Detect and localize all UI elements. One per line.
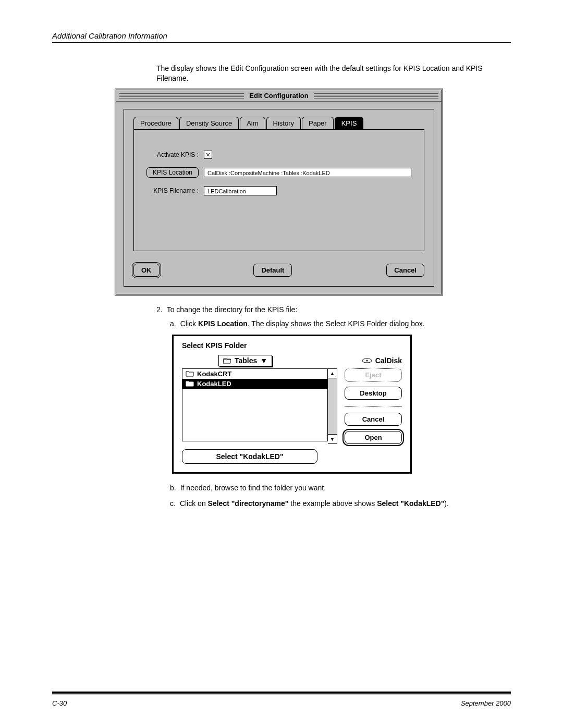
chevron-down-icon: ▼ xyxy=(260,356,267,365)
substep-b: b. If needed, browse to find the folder … xyxy=(170,483,495,493)
footer-rule-thin xyxy=(52,695,511,695)
list-item[interactable]: KodakLED xyxy=(182,379,327,389)
step-2: 2. To change the directory for the KPIS … xyxy=(156,305,495,315)
separator xyxy=(345,406,402,406)
substep-b-text: If needed, browse to find the folder you… xyxy=(180,483,326,493)
open-button[interactable]: Open xyxy=(345,431,402,444)
list-item[interactable]: KodakCRT xyxy=(182,369,327,379)
window-title: Edit Configuration xyxy=(247,92,310,100)
list-item-label: KodakCRT xyxy=(197,370,231,378)
substep-letter: a. xyxy=(170,319,176,329)
footer-date: September 2000 xyxy=(461,699,511,707)
substep-c-bold2: Select "KodakLED" xyxy=(377,499,444,508)
disk-label: CalDisk xyxy=(375,356,402,365)
substep-a-pre: Click xyxy=(180,319,198,328)
folder-dropdown-label: Tables xyxy=(235,356,257,365)
tab-procedure[interactable]: Procedure xyxy=(133,117,178,129)
tab-paper[interactable]: Paper xyxy=(302,117,334,129)
activate-kpis-label: Activate KPIS : xyxy=(146,151,199,158)
select-folder-button[interactable]: Select "KodakLED" xyxy=(182,449,317,464)
titlebar-lines-icon xyxy=(119,92,244,99)
kpis-filename-input[interactable]: LEDCalibration xyxy=(204,186,277,195)
folder-list[interactable]: KodakCRT KodakLED xyxy=(182,368,328,441)
substep-a-post: . The display shows the Select KPIS Fold… xyxy=(248,319,425,328)
tab-kpis[interactable]: KPIS xyxy=(335,117,364,129)
select-kpis-folder-dialog: Select KPIS Folder Tables ▼ CalDisk Koda… xyxy=(172,335,412,474)
open-folder-icon xyxy=(223,357,231,364)
disk-icon xyxy=(362,358,372,363)
tab-density-source[interactable]: Density Source xyxy=(179,117,239,129)
page-header-title: Additional Calibration Information xyxy=(52,31,511,40)
footer-rule-thick xyxy=(52,692,511,694)
scroll-down-icon[interactable]: ▼ xyxy=(328,434,337,443)
default-button[interactable]: Default xyxy=(253,264,292,277)
substep-a-bold: KPIS Location xyxy=(198,319,248,328)
header-rule xyxy=(52,42,511,43)
folder-icon xyxy=(186,371,194,377)
substep-c: c. Click on Select "directoryname" the e… xyxy=(170,499,495,509)
list-item-label: KodakLED xyxy=(197,380,231,388)
kpis-location-button[interactable]: KPIS Location xyxy=(146,167,199,178)
page-number: C-30 xyxy=(52,699,67,707)
folder-icon xyxy=(186,380,194,387)
svg-point-1 xyxy=(366,360,368,361)
cancel-button[interactable]: Cancel xyxy=(386,264,424,277)
activate-kpis-checkbox[interactable]: × xyxy=(204,151,212,159)
edit-configuration-window: Edit Configuration Procedure Density Sou… xyxy=(115,89,443,295)
kpis-location-input[interactable]: CalDisk :CompositeMachine :Tables :Kodak… xyxy=(204,168,411,177)
page-footer: C-30 September 2000 xyxy=(52,692,511,707)
folder-dropdown[interactable]: Tables ▼ xyxy=(218,355,272,366)
substep-c-bold1: Select "directoryname" xyxy=(208,499,289,508)
tab-aim[interactable]: Aim xyxy=(240,117,265,129)
eject-button: Eject xyxy=(345,368,402,381)
titlebar-lines-icon xyxy=(314,92,438,99)
substep-c-post: ). xyxy=(444,499,449,508)
kpis-panel: Activate KPIS : × KPIS Location CalDisk … xyxy=(133,129,424,251)
scroll-up-icon[interactable]: ▲ xyxy=(328,369,337,378)
window-titlebar: Edit Configuration xyxy=(116,90,442,102)
ok-button[interactable]: OK xyxy=(133,264,160,277)
substep-c-pre: Click on xyxy=(180,499,208,508)
svg-point-0 xyxy=(362,359,372,363)
kpis-filename-label: KPIS Filename : xyxy=(146,187,199,194)
scrollbar[interactable]: ▲ ▼ xyxy=(328,368,337,444)
step-number: 2. xyxy=(156,305,163,315)
tab-history[interactable]: History xyxy=(266,117,301,129)
folder-dialog-title: Select KPIS Folder xyxy=(182,341,402,350)
step-text: To change the directory for the KPIS fil… xyxy=(167,305,298,315)
desktop-button[interactable]: Desktop xyxy=(345,387,402,400)
substep-letter: c. xyxy=(170,499,176,509)
cancel-button[interactable]: Cancel xyxy=(345,413,402,426)
substep-c-mid: the example above shows xyxy=(288,499,377,508)
disk-indicator[interactable]: CalDisk xyxy=(362,356,402,365)
substep-a: a. Click KPIS Location. The display show… xyxy=(170,319,495,329)
scroll-track[interactable] xyxy=(328,378,337,434)
tab-bar: Procedure Density Source Aim History Pap… xyxy=(133,117,424,129)
intro-paragraph: The display shows the Edit Configuration… xyxy=(156,64,495,83)
substep-letter: b. xyxy=(170,483,176,493)
